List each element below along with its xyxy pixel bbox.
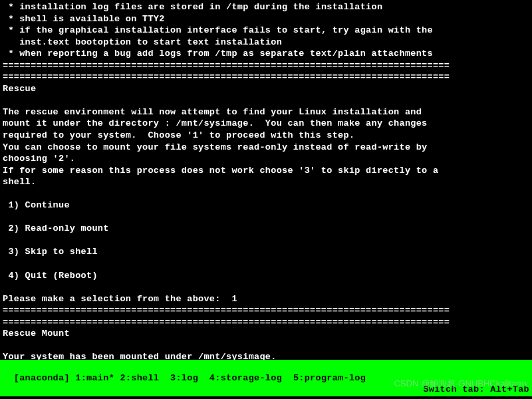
terminal-line: 3) Skip to shell [3, 246, 529, 258]
terminal-line [3, 258, 529, 270]
terminal-line: The rescue environment will now attempt … [3, 106, 529, 118]
terminal-line: ========================================… [3, 60, 529, 72]
terminal-line [3, 94, 529, 106]
terminal-line: * shell is available on TTY2 [3, 13, 529, 25]
tmux-statusbar: [anaconda] 1:main* 2:shell 3:log 4:stora… [0, 360, 532, 396]
terminal-line: ========================================… [3, 305, 529, 317]
statusbar-tabs: [anaconda] 1:main* 2:shell 3:log 4:stora… [14, 373, 366, 383]
terminal-line [3, 235, 529, 247]
terminal-line: Rescue [3, 83, 529, 95]
terminal-line: choosing '2'. [3, 153, 529, 165]
terminal-line: 1) Continue [3, 200, 529, 211]
terminal-line [3, 340, 529, 352]
terminal-line: shell. [3, 176, 529, 188]
terminal-line: mount it under the directory : /mnt/sysi… [3, 118, 529, 130]
terminal-line [3, 281, 529, 293]
terminal-line: inst.text bootoption to start text insta… [3, 37, 529, 49]
terminal-line: ========================================… [3, 71, 529, 83]
terminal-line: You can choose to mount your file system… [3, 142, 529, 154]
terminal-line: required to your system. Choose '1' to p… [3, 130, 529, 142]
terminal-line: * if the graphical installation interfac… [3, 25, 529, 37]
terminal-line: Rescue Mount [3, 328, 529, 340]
terminal-line: 4) Quit (Reboot) [3, 270, 529, 282]
terminal-line: ========================================… [3, 317, 529, 329]
statusbar-right: Switch tab: Alt+Tab [423, 384, 529, 396]
terminal-line: * installation log files are stored in /… [3, 1, 529, 13]
terminal-line [3, 188, 529, 200]
terminal-line: * when reporting a bug add logs from /tm… [3, 48, 529, 60]
terminal-output[interactable]: * installation log files are stored in /… [0, 0, 532, 399]
terminal-line: Please make a selection from the above: … [3, 293, 529, 305]
terminal-line: 2) Read-only mount [3, 223, 529, 235]
terminal-line [3, 211, 529, 223]
terminal-line: If for some reason this process does not… [3, 165, 529, 177]
